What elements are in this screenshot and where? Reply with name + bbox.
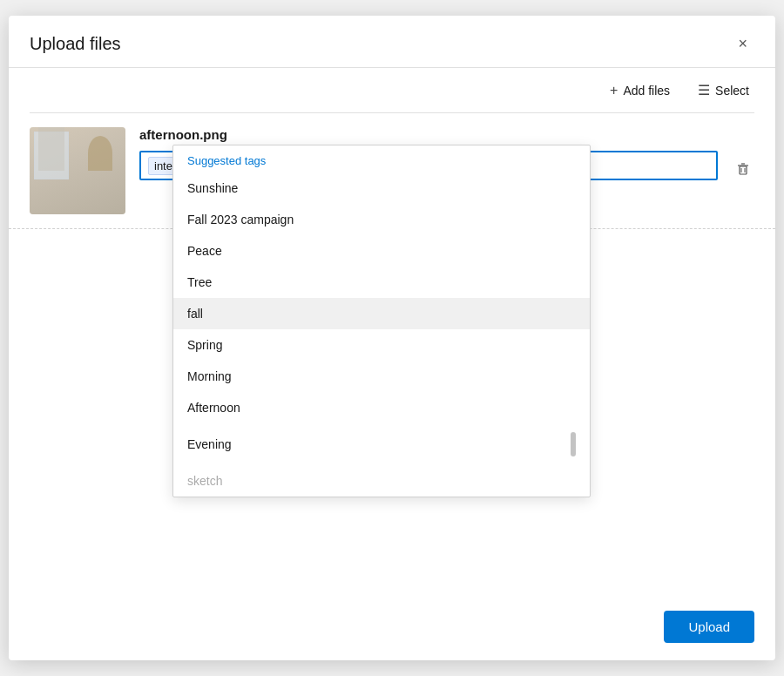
dropdown-header: Suggested tags [173, 145, 590, 172]
tag-suggestion-evening[interactable]: Evening [173, 423, 590, 465]
select-label: Select [715, 84, 749, 98]
close-button[interactable]: × [731, 31, 754, 57]
trash-icon [735, 161, 751, 177]
tag-suggestion-sunshine[interactable]: Sunshine [173, 172, 590, 204]
file-thumbnail [30, 127, 125, 214]
toolbar: + Add files ☰ Select [9, 68, 775, 112]
tag-suggestions-dropdown: Suggested tags Sunshine Fall 2023 campai… [172, 145, 591, 497]
delete-file-button[interactable] [732, 158, 754, 185]
svg-rect-0 [740, 166, 747, 174]
tag-suggestion-tree[interactable]: Tree [173, 267, 590, 298]
tag-suggestion-morning[interactable]: Morning [173, 361, 590, 392]
thumbnail-art [30, 127, 125, 214]
dialog-title: Upload files [30, 34, 121, 54]
add-files-button[interactable]: + Add files [605, 79, 675, 102]
tag-suggestion-peace[interactable]: Peace [173, 235, 590, 267]
tag-suggestion-fall[interactable]: fall [173, 298, 590, 329]
list-icon: ☰ [698, 82, 710, 98]
window-shine [34, 132, 69, 179]
select-button[interactable]: ☰ Select [693, 78, 754, 102]
file-name: afternoon.png [139, 127, 718, 142]
plus-icon: + [610, 83, 618, 98]
dialog-footer: Upload [9, 593, 775, 660]
tag-suggestion-sketch[interactable]: sketch [173, 465, 590, 497]
upload-dialog: Upload files × + Add files ☰ Select afte… [9, 16, 775, 660]
scrollbar-thumb [571, 432, 576, 456]
add-files-label: Add files [623, 84, 670, 98]
dialog-header: Upload files × [9, 16, 775, 68]
upload-button[interactable]: Upload [664, 611, 754, 643]
tag-suggestion-spring[interactable]: Spring [173, 329, 590, 361]
tag-suggestion-fall2023[interactable]: Fall 2023 campaign [173, 204, 590, 235]
tag-suggestion-afternoon[interactable]: Afternoon [173, 392, 590, 423]
